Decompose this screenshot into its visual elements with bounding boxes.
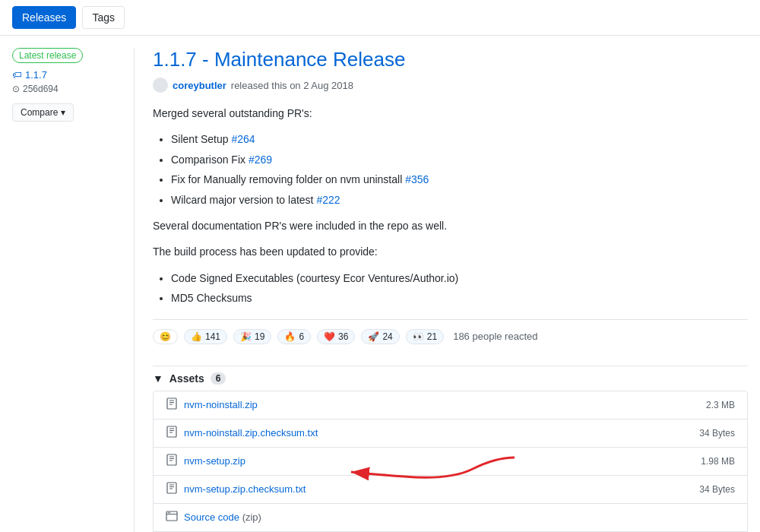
fire-emoji: 🔥 <box>284 331 296 342</box>
asset-row: nvm-noinstall.zip.checksum.txt 34 Bytes <box>154 420 747 448</box>
assets-list: nvm-noinstall.zip 2.3 MB nvm-noinstall.z… <box>153 391 748 532</box>
release-body: Merged several outstanding PR's: Silent … <box>153 105 748 307</box>
release-date: released this on 2 Aug 2018 <box>231 80 353 91</box>
tag-label: 1.1.7 <box>25 69 47 81</box>
list-item: Silent Setup #264 <box>171 131 748 147</box>
pr-356-link[interactable]: #356 <box>405 173 429 185</box>
zip-icon <box>166 454 178 469</box>
heart-count: 36 <box>338 331 348 342</box>
commit-hash: 256d694 <box>23 84 59 94</box>
svg-rect-13 <box>167 483 176 493</box>
svg-point-19 <box>168 512 169 514</box>
asset-left: nvm-setup.zip <box>166 454 245 469</box>
pr-222-link[interactable]: #222 <box>316 194 340 206</box>
asset-filename-highlighted[interactable]: nvm-setup.zip <box>184 455 245 467</box>
release-title: 1.1.7 - Maintenance Release <box>153 48 748 71</box>
eyes-emoji: 👀 <box>413 331 424 342</box>
add-reaction-button[interactable]: 😊 <box>153 329 178 344</box>
avatar <box>153 78 168 93</box>
list-item: Code Signed Executables (courtesy Ecor V… <box>171 270 748 287</box>
pr-269-link[interactable]: #269 <box>249 154 272 166</box>
asset-left: Source code (zip) <box>166 510 261 525</box>
asset-left: nvm-setup.zip.checksum.txt <box>166 482 306 497</box>
release-author[interactable]: coreybutler <box>173 80 226 91</box>
asset-size: 2.3 MB <box>706 400 735 410</box>
list-item: Wilcard major version to latest #222 <box>171 192 748 208</box>
sidebar-tag: 🏷 1.1.7 <box>12 69 122 81</box>
svg-rect-4 <box>167 426 176 437</box>
party-count: 19 <box>255 331 264 342</box>
source-code-link-zip[interactable]: Source code (zip) <box>184 511 261 523</box>
reactions-bar: 😊 👍 141 🎉 19 🔥 6 ❤️ 36 🚀 24 👀 <box>153 319 748 353</box>
compare-button[interactable]: Compare ▾ <box>12 103 74 122</box>
asset-filename[interactable]: nvm-noinstall.zip.checksum.txt <box>184 427 318 439</box>
asset-filename[interactable]: nvm-noinstall.zip <box>184 399 258 410</box>
asset-row: nvm-noinstall.zip 2.3 MB <box>154 391 747 420</box>
fire-count: 6 <box>299 331 304 342</box>
rocket-count: 24 <box>382 331 392 342</box>
body-doc: Several documentation PR's were included… <box>153 217 748 234</box>
build-list: Code Signed Executables (courtesy Ecor V… <box>153 270 748 307</box>
body-intro: Merged several outstanding PR's: <box>153 105 748 122</box>
pr-list: Silent Setup #264 Comparison Fix #269 Fi… <box>153 131 748 208</box>
triangle-icon: ▼ <box>153 372 163 385</box>
reaction-rocket[interactable]: 🚀 24 <box>361 329 399 344</box>
zip-icon <box>166 482 178 497</box>
reactions-summary: 186 people reacted <box>453 331 537 342</box>
asset-filename[interactable]: nvm-setup.zip.checksum.txt <box>184 483 306 495</box>
reaction-eyes[interactable]: 👀 21 <box>406 329 444 344</box>
chevron-down-icon: ▾ <box>61 107 65 118</box>
asset-row-highlighted: nvm-setup.zip 1.98 MB <box>154 448 747 476</box>
asset-left: nvm-noinstall.zip <box>166 397 258 413</box>
release-content: 1.1.7 - Maintenance Release coreybutler … <box>153 48 748 532</box>
svg-rect-0 <box>167 398 176 409</box>
reaction-heart[interactable]: ❤️ 36 <box>317 329 355 344</box>
assets-count: 6 <box>211 372 226 385</box>
rocket-emoji: 🚀 <box>368 331 379 342</box>
zip-icon <box>166 426 178 441</box>
reaction-thumbsup[interactable]: 👍 141 <box>184 329 227 344</box>
release-meta: coreybutler released this on 2 Aug 2018 <box>153 78 748 93</box>
asset-row-source-zip: Source code (zip) <box>154 504 747 532</box>
assets-label: Assets <box>169 372 204 385</box>
assets-section: ▼ Assets 6 nvm-noinstall.zip 2.3 MB <box>153 366 748 532</box>
latest-release-badge: Latest release <box>12 48 83 63</box>
top-tabs-bar: Releases Tags <box>0 0 760 36</box>
sidebar: Latest release 🏷 1.1.7 ⊙ 256d694 Compare… <box>12 48 134 532</box>
pr-264-link[interactable]: #264 <box>231 133 255 145</box>
list-item: Fix for Manually removing folder on nvm … <box>171 171 748 188</box>
svg-point-20 <box>169 512 171 514</box>
party-emoji: 🎉 <box>240 331 252 342</box>
zip-icon <box>166 397 178 413</box>
body-build: The build process has been updated to pr… <box>153 243 748 260</box>
source-icon <box>166 510 178 525</box>
thumbsup-count: 141 <box>205 331 220 342</box>
tab-releases[interactable]: Releases <box>12 6 76 29</box>
asset-size: 34 Bytes <box>699 428 735 439</box>
list-item: Comparison Fix #269 <box>171 151 748 168</box>
main-layout: Latest release 🏷 1.1.7 ⊙ 256d694 Compare… <box>0 36 760 532</box>
sidebar-commit: ⊙ 256d694 <box>12 84 122 94</box>
asset-size: 1.98 MB <box>701 456 735 467</box>
heart-emoji: ❤️ <box>324 331 335 342</box>
assets-header[interactable]: ▼ Assets 6 <box>153 366 748 391</box>
reaction-party[interactable]: 🎉 19 <box>233 329 271 344</box>
tab-tags[interactable]: Tags <box>82 6 125 29</box>
reaction-fire[interactable]: 🔥 6 <box>277 329 311 344</box>
svg-rect-8 <box>167 454 176 465</box>
asset-size: 34 Bytes <box>699 484 735 495</box>
asset-row: nvm-setup.zip.checksum.txt 34 Bytes <box>154 476 747 504</box>
thumbsup-emoji: 👍 <box>191 331 202 342</box>
sidebar-divider <box>134 48 135 532</box>
asset-left: nvm-noinstall.zip.checksum.txt <box>166 426 318 441</box>
compare-label: Compare <box>21 107 58 118</box>
list-item: MD5 Checksums <box>171 290 748 306</box>
commit-icon: ⊙ <box>12 84 20 94</box>
tag-icon: 🏷 <box>12 69 22 81</box>
eyes-count: 21 <box>427 331 437 342</box>
source-ext-zip: (zip) <box>242 511 261 523</box>
